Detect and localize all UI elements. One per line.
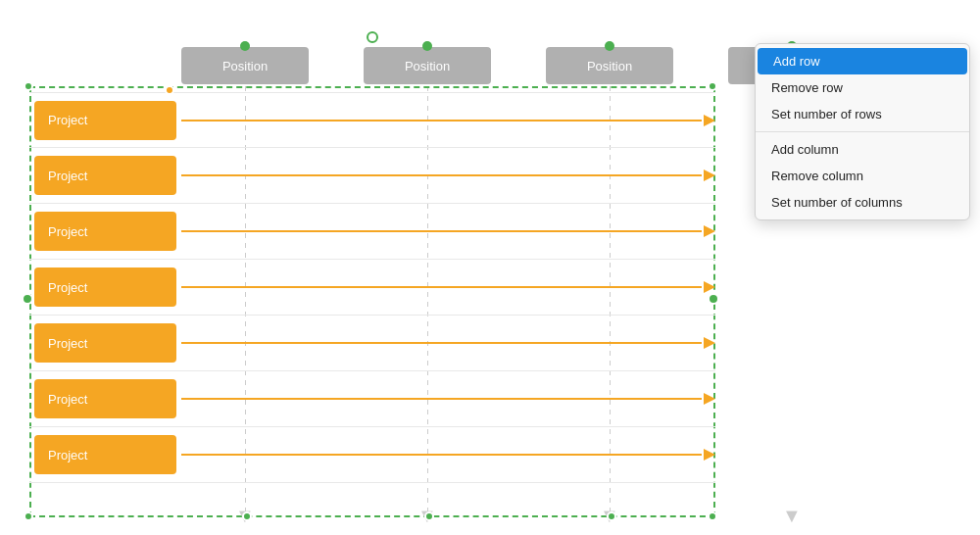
project-cell-2[interactable]: Project	[34, 156, 176, 195]
table-row: Project	[29, 316, 715, 371]
position-header-3: Position	[546, 47, 673, 84]
rows-area: Project Project Project	[29, 92, 715, 483]
handle-tl[interactable]	[24, 81, 33, 91]
project-cell-4[interactable]: Project	[34, 268, 176, 307]
top-dot-3	[605, 41, 614, 51]
menu-item-add-row[interactable]: Add row	[758, 48, 967, 74]
project-cell-5[interactable]: Project	[34, 323, 176, 363]
bottom-arrows: ▼ ▼ ▼ ▼	[181, 505, 856, 527]
context-menu: Add row Remove row Set number of rows Ad…	[755, 43, 970, 220]
canvas: Position Position Position Position P	[0, 0, 980, 535]
project-cell-1[interactable]: Project	[34, 101, 176, 140]
table-row: Project	[29, 92, 715, 148]
row-arrow-2	[181, 174, 715, 176]
position-header-2: Position	[364, 47, 491, 84]
table-row: Project	[29, 371, 715, 427]
handle-bl[interactable]	[24, 511, 33, 521]
handle-b2[interactable]	[424, 511, 434, 521]
handle-mr[interactable]	[708, 293, 719, 305]
row-arrow-3	[181, 230, 715, 232]
top-dot-2	[422, 41, 432, 51]
menu-item-add-column[interactable]: Add column	[756, 136, 969, 163]
table-row: Project	[29, 427, 715, 483]
table-row: Project	[29, 204, 715, 260]
row-arrow-1	[181, 120, 715, 122]
handle-ml[interactable]	[22, 293, 33, 305]
handle-br[interactable]	[708, 511, 717, 521]
project-cell-7[interactable]: Project	[34, 435, 176, 474]
row-arrow-6	[181, 398, 715, 400]
down-arrow-4: ▼	[728, 505, 856, 527]
menu-item-set-rows[interactable]: Set number of rows	[756, 101, 969, 127]
position-header-1: Position	[181, 47, 309, 84]
table-row: Project	[29, 260, 715, 316]
project-cell-3[interactable]: Project	[34, 212, 176, 251]
row-arrow-7	[181, 454, 715, 456]
connection-handle[interactable]	[165, 85, 174, 95]
table-row: Project	[29, 148, 715, 204]
menu-divider	[756, 131, 969, 132]
row-arrow-4	[181, 286, 715, 288]
rotate-handle[interactable]	[367, 31, 378, 43]
menu-item-remove-column[interactable]: Remove column	[756, 163, 969, 189]
menu-item-set-columns[interactable]: Set number of columns	[756, 189, 969, 216]
project-cell-6[interactable]: Project	[34, 379, 176, 418]
handle-tr[interactable]	[708, 81, 717, 91]
row-arrow-5	[181, 342, 715, 344]
top-dot-1	[240, 41, 250, 51]
menu-item-remove-row[interactable]: Remove row	[756, 74, 969, 101]
handle-b3[interactable]	[607, 511, 616, 521]
handle-b1[interactable]	[242, 511, 252, 521]
